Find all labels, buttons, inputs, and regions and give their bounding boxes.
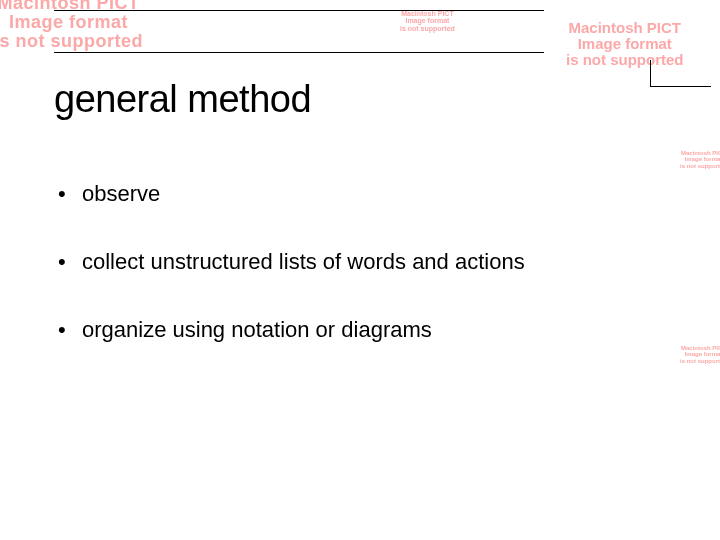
list-item: collect unstructured lists of words and … bbox=[54, 249, 664, 275]
list-item: observe bbox=[54, 181, 664, 207]
slide-title: general method bbox=[54, 78, 664, 121]
slide: general method observe collect unstructu… bbox=[54, 78, 664, 385]
pict-error-top-left: Macintosh PICT Image format is not suppo… bbox=[0, 0, 143, 51]
bullet-list: observe collect unstructured lists of wo… bbox=[54, 181, 664, 343]
top-rule-2 bbox=[54, 52, 544, 53]
pict-error-top-center: Macintosh PICT Image format is not suppo… bbox=[400, 10, 455, 32]
top-rule-1 bbox=[54, 10, 544, 11]
list-item: organize using notation or diagrams bbox=[54, 317, 664, 343]
pict-error-side-2: Macintosh PICT Image format is not suppo… bbox=[680, 345, 720, 364]
pict-error-side-1: Macintosh PICT Image format is not suppo… bbox=[680, 150, 720, 169]
pict-error-top-right: Macintosh PICT Image format is not suppo… bbox=[566, 20, 684, 67]
